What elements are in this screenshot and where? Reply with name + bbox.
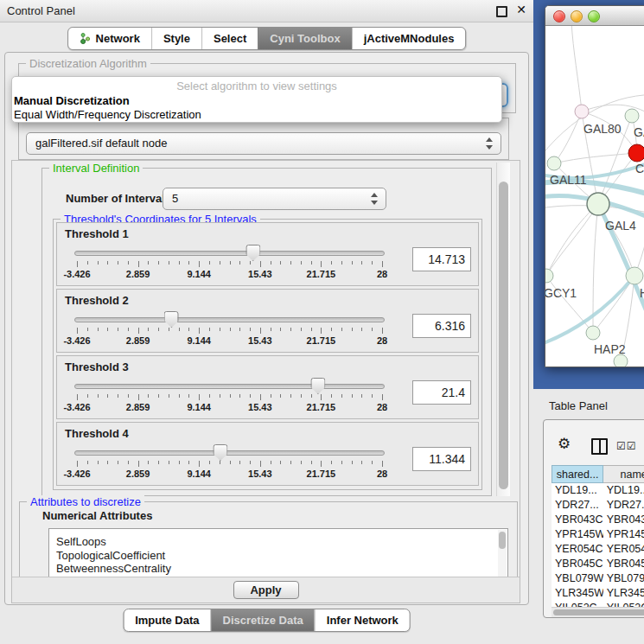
algorithm-option-equal-width-frequency-discretization[interactable]: Equal Width/Frequency Discretization bbox=[12, 108, 501, 122]
cell-shared-name[interactable]: YDL19... bbox=[552, 483, 603, 498]
node-label: C bbox=[635, 162, 644, 175]
threshold-value-field[interactable]: 6.316 bbox=[412, 314, 471, 338]
attribute-item-selfloops[interactable]: SelfLoops bbox=[49, 535, 507, 549]
cell-name[interactable]: YPR145W bbox=[603, 527, 644, 542]
cell-name[interactable]: YBR045C bbox=[603, 557, 644, 571]
split-columns-icon[interactable] bbox=[591, 438, 608, 455]
slider-track bbox=[74, 450, 385, 456]
tab-network[interactable]: Network bbox=[68, 28, 151, 49]
attribute-item-betweennesscentrality[interactable]: BetweennessCentrality bbox=[49, 562, 507, 576]
float-icon[interactable] bbox=[496, 6, 507, 17]
slider-thumb[interactable] bbox=[245, 245, 260, 261]
cyni-toolbox-panel: Discretization Algorithm Table Data galF… bbox=[4, 52, 529, 605]
algorithm-dropdown-popup: Select algorithm to view settings Manual… bbox=[11, 76, 502, 123]
slider-thumb[interactable] bbox=[310, 378, 325, 394]
cell-shared-name[interactable]: YDR27... bbox=[552, 498, 603, 513]
tab-impute-data[interactable]: Impute Data bbox=[124, 609, 210, 631]
table-row[interactable]: YDR27...YDR27... bbox=[552, 498, 644, 513]
network-node[interactable] bbox=[614, 354, 628, 367]
table-data-combobox[interactable]: galFiltered.sif default node bbox=[26, 132, 501, 155]
table-row[interactable]: YLR345WYLR345W bbox=[552, 586, 644, 601]
threshold-value-field[interactable]: 11.344 bbox=[412, 447, 471, 471]
cell-name[interactable]: YLR345W bbox=[603, 586, 644, 601]
threshold-slider[interactable]: -3.4262.8599.14415.4321.71528 bbox=[73, 375, 386, 415]
close-button[interactable] bbox=[553, 10, 565, 22]
table-horizontal-scrollbar[interactable] bbox=[552, 607, 644, 617]
node-label: HAP2 bbox=[594, 342, 626, 356]
network-node[interactable] bbox=[628, 144, 644, 162]
table-row[interactable]: YBL079WYBL079W bbox=[552, 571, 644, 586]
gear-icon[interactable]: ⚙ bbox=[558, 435, 571, 453]
zoom-button[interactable] bbox=[588, 10, 600, 22]
minimize-button[interactable] bbox=[571, 10, 583, 22]
slider-thumb[interactable] bbox=[213, 444, 227, 461]
tick-label: 21.715 bbox=[307, 402, 336, 412]
slider-track bbox=[74, 317, 385, 322]
tab-cyni-toolbox[interactable]: Cyni Toolbox bbox=[258, 28, 351, 49]
network-node[interactable] bbox=[626, 267, 643, 284]
checkbox-icon: ☑ bbox=[616, 440, 627, 452]
network-node[interactable] bbox=[547, 156, 561, 170]
tab-style[interactable]: Style bbox=[151, 28, 201, 49]
cell-name[interactable]: YDL19... bbox=[603, 483, 644, 498]
table-row[interactable]: YBR045CYBR045C bbox=[552, 557, 644, 571]
network-window-titlebar bbox=[545, 6, 644, 26]
threshold-label: Threshold 4 bbox=[57, 423, 478, 442]
threshold-value-field[interactable]: 21.4 bbox=[412, 380, 471, 405]
tick-label: 9.144 bbox=[187, 402, 211, 412]
column-header-shared-name[interactable]: shared... bbox=[552, 465, 603, 483]
close-icon[interactable]: ✕ bbox=[516, 3, 526, 16]
table-row[interactable]: YPR145WYPR145W bbox=[552, 527, 644, 542]
tick-label: 2.859 bbox=[126, 335, 150, 346]
threshold-slider[interactable]: -3.4262.8599.14415.4321.71528 bbox=[73, 309, 386, 348]
scrollbar-thumb[interactable] bbox=[553, 609, 644, 615]
algorithm-option-manual-discretization[interactable]: Manual Discretization bbox=[12, 94, 501, 108]
network-node[interactable] bbox=[575, 105, 589, 118]
tab-infer-network[interactable]: Infer Network bbox=[315, 609, 410, 631]
cell-shared-name[interactable]: YBR043C bbox=[552, 513, 603, 527]
cell-name[interactable]: YBL079W bbox=[603, 571, 644, 586]
cell-shared-name[interactable]: YLR345W bbox=[552, 586, 603, 601]
settings-scrollbar[interactable] bbox=[496, 163, 510, 496]
threshold-slider[interactable]: -3.4262.8599.14415.4321.71528 bbox=[73, 442, 386, 481]
node-label: H bbox=[640, 286, 644, 300]
threshold-stack: Threshold 1-3.4262.8599.14415.4321.71528… bbox=[54, 220, 481, 489]
list-scrollbar[interactable] bbox=[498, 530, 507, 581]
scrollbar-thumb[interactable] bbox=[499, 182, 508, 489]
table-row[interactable]: YER054CYER054C bbox=[552, 542, 644, 557]
threshold-value-field[interactable]: 14.713 bbox=[412, 247, 471, 271]
cell-name[interactable]: YBR043C bbox=[603, 513, 644, 527]
cell-shared-name[interactable]: YPR145W bbox=[552, 527, 603, 542]
column-header-name[interactable]: name bbox=[603, 465, 644, 483]
cell-shared-name[interactable]: YBR045C bbox=[552, 557, 603, 571]
cell-shared-name[interactable]: YER054C bbox=[552, 542, 603, 557]
thresholds-group: Threshold's Coordinates for 5 Intervals … bbox=[53, 219, 482, 490]
number-of-intervals-combobox[interactable]: 5 bbox=[163, 188, 386, 210]
network-node[interactable] bbox=[625, 109, 639, 123]
attribute-item-topologicalcoefficient[interactable]: TopologicalCoefficient bbox=[49, 549, 507, 563]
tab-select[interactable]: Select bbox=[201, 28, 258, 49]
threshold-panel: Threshold 2-3.4262.8599.14415.4321.71528… bbox=[56, 289, 479, 353]
network-node[interactable] bbox=[545, 269, 553, 283]
group-title: Attributes to discretize bbox=[27, 495, 144, 508]
tab-discretize-data[interactable]: Discretize Data bbox=[211, 609, 315, 631]
table-row[interactable]: YBR043CYBR043C bbox=[552, 513, 644, 527]
cell-name[interactable]: YDR27... bbox=[603, 498, 644, 513]
select-columns-icons[interactable]: ☑☑ bbox=[616, 440, 637, 452]
slider-thumb[interactable] bbox=[164, 311, 179, 328]
combo-arrows-icon bbox=[370, 192, 378, 206]
panel-title: Control Panel bbox=[7, 4, 75, 17]
threshold-slider[interactable]: -3.4262.8599.14415.4321.71528 bbox=[73, 242, 386, 282]
scrollbar-thumb[interactable] bbox=[499, 532, 506, 549]
table-row[interactable]: YDL19...YDL19... bbox=[552, 483, 644, 498]
network-node[interactable] bbox=[586, 326, 600, 340]
apply-button[interactable]: Apply bbox=[233, 581, 299, 599]
table-panel-title: Table Panel bbox=[549, 399, 608, 412]
network-node[interactable] bbox=[587, 193, 609, 215]
network-canvas[interactable]: GAL80GACGAL11GAL4GCY1HHAP2 bbox=[545, 26, 644, 367]
cell-shared-name[interactable]: YBL079W bbox=[552, 571, 603, 586]
cell-name[interactable]: YER054C bbox=[603, 542, 644, 557]
numerical-attributes-list[interactable]: SelfLoopsTopologicalCoefficientBetweenne… bbox=[48, 528, 508, 583]
tick-label: 15.43 bbox=[248, 469, 272, 479]
tab-jactivemnodules[interactable]: jActiveMNodules bbox=[352, 28, 466, 49]
